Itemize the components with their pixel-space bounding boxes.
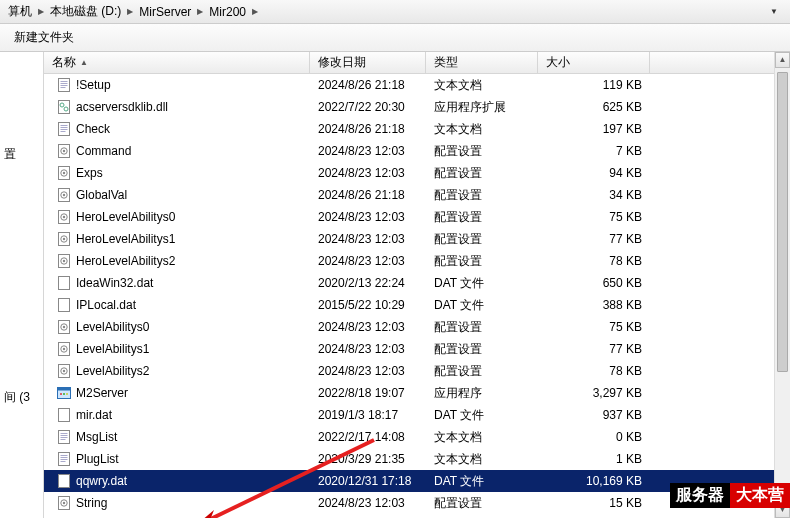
file-type: 配置设置 bbox=[426, 319, 538, 336]
sort-asc-icon: ▲ bbox=[80, 58, 88, 67]
file-name: LevelAbilitys2 bbox=[76, 364, 149, 378]
file-name: PlugList bbox=[76, 452, 119, 466]
column-type[interactable]: 类型 bbox=[426, 52, 538, 73]
dat-icon bbox=[56, 473, 72, 489]
file-name: Check bbox=[76, 122, 110, 136]
file-name: String bbox=[76, 496, 107, 510]
ini-icon bbox=[56, 187, 72, 203]
table-row[interactable]: HeroLevelAbilitys22024/8/23 12:03配置设置78 … bbox=[44, 250, 790, 272]
file-date: 2024/8/26 21:18 bbox=[310, 188, 426, 202]
watermark-left: 服务器 bbox=[670, 483, 730, 508]
file-type: 配置设置 bbox=[426, 341, 538, 358]
ini-icon bbox=[56, 341, 72, 357]
text-icon bbox=[56, 429, 72, 445]
file-size: 388 KB bbox=[538, 298, 650, 312]
column-size[interactable]: 大小 bbox=[538, 52, 650, 73]
table-row[interactable]: IdeaWin32.dat2020/2/13 22:24DAT 文件650 KB bbox=[44, 272, 790, 294]
file-date: 2024/8/23 12:03 bbox=[310, 342, 426, 356]
scroll-thumb[interactable] bbox=[777, 72, 788, 372]
table-row[interactable]: MsgList2022/2/17 14:08文本文档0 KB bbox=[44, 426, 790, 448]
ini-icon bbox=[56, 209, 72, 225]
file-type: 配置设置 bbox=[426, 495, 538, 512]
scroll-up-button[interactable]: ▲ bbox=[775, 52, 790, 68]
file-date: 2019/1/3 18:17 bbox=[310, 408, 426, 422]
ini-icon bbox=[56, 363, 72, 379]
file-size: 77 KB bbox=[538, 232, 650, 246]
table-row[interactable]: Exps2024/8/23 12:03配置设置94 KB bbox=[44, 162, 790, 184]
file-type: 应用程序 bbox=[426, 385, 538, 402]
file-date: 2015/5/22 10:29 bbox=[310, 298, 426, 312]
file-size: 937 KB bbox=[538, 408, 650, 422]
watermark-right: 大本营 bbox=[730, 483, 790, 508]
file-size: 15 KB bbox=[538, 496, 650, 510]
file-date: 2020/2/13 22:24 bbox=[310, 276, 426, 290]
table-row[interactable]: M2Server2022/8/18 19:07应用程序3,297 KB bbox=[44, 382, 790, 404]
file-date: 2024/8/26 21:18 bbox=[310, 78, 426, 92]
table-row[interactable]: HeroLevelAbilitys12024/8/23 12:03配置设置77 … bbox=[44, 228, 790, 250]
breadcrumb-dropdown-icon[interactable]: ▼ bbox=[766, 7, 786, 16]
vertical-scrollbar[interactable]: ▲ ▼ bbox=[774, 52, 790, 518]
file-list[interactable]: 名称▲ 修改日期 类型 大小 !Setup2024/8/26 21:18文本文档… bbox=[44, 52, 790, 518]
file-type: 文本文档 bbox=[426, 77, 538, 94]
table-row[interactable]: PlugList2020/3/29 21:35文本文档1 KB bbox=[44, 448, 790, 470]
table-row[interactable]: HeroLevelAbilitys02024/8/23 12:03配置设置75 … bbox=[44, 206, 790, 228]
text-icon bbox=[56, 451, 72, 467]
table-row[interactable]: acserversdklib.dll2022/7/22 20:30应用程序扩展6… bbox=[44, 96, 790, 118]
file-name: GlobalVal bbox=[76, 188, 127, 202]
table-row[interactable]: LevelAbilitys02024/8/23 12:03配置设置75 KB bbox=[44, 316, 790, 338]
file-type: 配置设置 bbox=[426, 253, 538, 270]
file-type: 文本文档 bbox=[426, 121, 538, 138]
crumb-computer[interactable]: 算机 bbox=[4, 3, 36, 20]
file-size: 77 KB bbox=[538, 342, 650, 356]
table-row[interactable]: LevelAbilitys22024/8/23 12:03配置设置78 KB bbox=[44, 360, 790, 382]
table-row[interactable]: Check2024/8/26 21:18文本文档197 KB bbox=[44, 118, 790, 140]
table-row[interactable]: IPLocal.dat2015/5/22 10:29DAT 文件388 KB bbox=[44, 294, 790, 316]
file-size: 75 KB bbox=[538, 320, 650, 334]
file-size: 78 KB bbox=[538, 254, 650, 268]
breadcrumb[interactable]: 算机▶ 本地磁盘 (D:)▶ MirServer▶ Mir200▶ ▼ bbox=[0, 0, 790, 24]
crumb-folder-1[interactable]: MirServer bbox=[135, 5, 195, 19]
file-size: 3,297 KB bbox=[538, 386, 650, 400]
file-type: 文本文档 bbox=[426, 451, 538, 468]
file-name: mir.dat bbox=[76, 408, 112, 422]
file-name: !Setup bbox=[76, 78, 111, 92]
sidebar: 置 间 (3 bbox=[0, 52, 44, 518]
file-size: 625 KB bbox=[538, 100, 650, 114]
new-folder-button[interactable]: 新建文件夹 bbox=[8, 27, 80, 48]
file-name: qqwry.dat bbox=[76, 474, 127, 488]
file-size: 34 KB bbox=[538, 188, 650, 202]
file-type: DAT 文件 bbox=[426, 407, 538, 424]
file-date: 2024/8/23 12:03 bbox=[310, 496, 426, 510]
crumb-folder-2[interactable]: Mir200 bbox=[205, 5, 250, 19]
file-size: 7 KB bbox=[538, 144, 650, 158]
file-name: acserversdklib.dll bbox=[76, 100, 168, 114]
file-type: 配置设置 bbox=[426, 143, 538, 160]
table-row[interactable]: LevelAbilitys12024/8/23 12:03配置设置77 KB bbox=[44, 338, 790, 360]
file-type: 配置设置 bbox=[426, 363, 538, 380]
text-icon bbox=[56, 77, 72, 93]
file-size: 75 KB bbox=[538, 210, 650, 224]
file-type: DAT 文件 bbox=[426, 473, 538, 490]
file-size: 650 KB bbox=[538, 276, 650, 290]
file-name: HeroLevelAbilitys1 bbox=[76, 232, 175, 246]
file-size: 197 KB bbox=[538, 122, 650, 136]
table-row[interactable]: GlobalVal2024/8/26 21:18配置设置34 KB bbox=[44, 184, 790, 206]
file-type: DAT 文件 bbox=[426, 297, 538, 314]
column-date[interactable]: 修改日期 bbox=[310, 52, 426, 73]
file-date: 2024/8/26 21:18 bbox=[310, 122, 426, 136]
file-name: IPLocal.dat bbox=[76, 298, 136, 312]
table-row[interactable]: mir.dat2019/1/3 18:17DAT 文件937 KB bbox=[44, 404, 790, 426]
table-row[interactable]: Command2024/8/23 12:03配置设置7 KB bbox=[44, 140, 790, 162]
file-date: 2024/8/23 12:03 bbox=[310, 254, 426, 268]
file-name: IdeaWin32.dat bbox=[76, 276, 153, 290]
file-date: 2020/3/29 21:35 bbox=[310, 452, 426, 466]
column-name[interactable]: 名称▲ bbox=[44, 52, 310, 73]
ini-icon bbox=[56, 253, 72, 269]
crumb-drive[interactable]: 本地磁盘 (D:) bbox=[46, 3, 125, 20]
file-type: 文本文档 bbox=[426, 429, 538, 446]
file-type: 配置设置 bbox=[426, 165, 538, 182]
file-size: 94 KB bbox=[538, 166, 650, 180]
file-date: 2022/2/17 14:08 bbox=[310, 430, 426, 444]
table-row[interactable]: !Setup2024/8/26 21:18文本文档119 KB bbox=[44, 74, 790, 96]
file-name: HeroLevelAbilitys0 bbox=[76, 210, 175, 224]
